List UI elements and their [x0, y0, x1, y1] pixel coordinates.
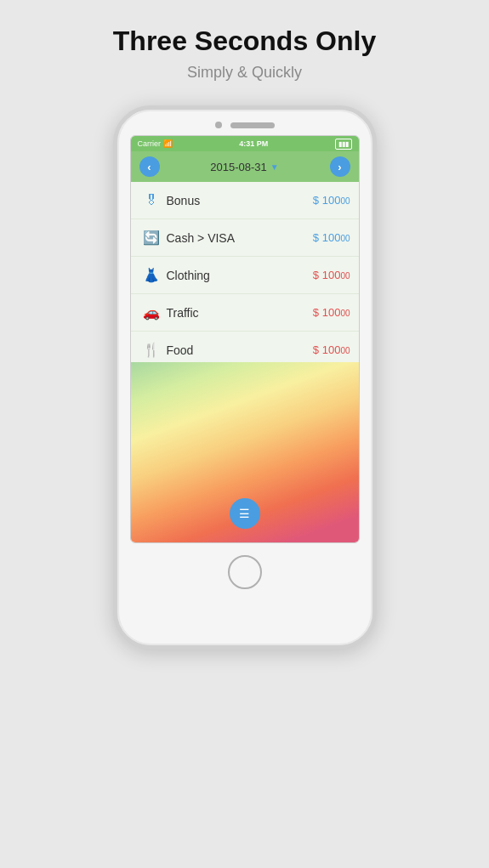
item-amount-bonus: $ 10000: [313, 194, 350, 207]
phone-shell: Carrier 📶 4:31 PM ▮▮▮ ‹ 2015-08-31 ▼ › 🎖…: [113, 105, 377, 650]
list-item[interactable]: 🔄 Cash > VISA $ 10000: [131, 219, 359, 257]
home-button[interactable]: [228, 555, 262, 589]
list-item[interactable]: 🍴 Food $ 10000: [131, 332, 359, 362]
carrier-label: Carrier: [138, 139, 162, 148]
phone-top-bar: [117, 110, 372, 135]
list-item[interactable]: 👗 Clothing $ 10000: [131, 257, 359, 294]
item-label-clothing: Clothing: [163, 269, 313, 282]
list-item[interactable]: 🎖 Bonus $ 10000: [131, 182, 359, 219]
food-icon: 🍴: [139, 342, 163, 358]
transaction-list: 🎖 Bonus $ 10000 🔄 Cash > VISA $ 10000 👗 …: [131, 182, 359, 362]
status-bar: Carrier 📶 4:31 PM ▮▮▮: [131, 136, 359, 151]
phone-camera: [215, 122, 222, 128]
bonus-icon: 🎖: [139, 193, 163, 208]
prev-button[interactable]: ‹: [139, 156, 160, 177]
dropdown-arrow-icon: ▼: [270, 162, 279, 172]
phone-bottom: [117, 543, 372, 598]
menu-button[interactable]: ☰: [230, 498, 260, 529]
item-amount-clothing: $ 10000: [313, 269, 350, 281]
wifi-icon: 📶: [163, 139, 173, 148]
phone-speaker: [230, 122, 275, 128]
gradient-area: ☰: [131, 362, 359, 542]
item-amount-cash-visa: $ 10000: [313, 231, 350, 244]
list-item[interactable]: 🚗 Traffic $ 10000: [131, 294, 359, 332]
page-subtitle: Simply & Quickly: [187, 64, 302, 82]
page-title: Three Seconds Only: [113, 26, 376, 57]
date-label: 2015-08-31: [210, 161, 267, 173]
carrier-info: Carrier 📶: [138, 139, 173, 148]
status-time: 4:31 PM: [239, 139, 268, 148]
clothing-icon: 👗: [139, 267, 163, 283]
item-label-food: Food: [163, 343, 313, 357]
item-label-bonus: Bonus: [163, 194, 313, 207]
traffic-icon: 🚗: [139, 304, 163, 321]
header-bar: ‹ 2015-08-31 ▼ ›: [131, 151, 359, 182]
phone-screen: Carrier 📶 4:31 PM ▮▮▮ ‹ 2015-08-31 ▼ › 🎖…: [130, 135, 360, 543]
transfer-icon: 🔄: [139, 230, 163, 246]
next-button[interactable]: ›: [330, 156, 350, 177]
item-label-cash-visa: Cash > VISA: [163, 231, 313, 245]
item-amount-traffic: $ 10000: [313, 306, 350, 319]
item-label-traffic: Traffic: [163, 306, 313, 320]
item-amount-food: $ 10000: [313, 343, 350, 356]
battery-icon: ▮▮▮: [335, 139, 352, 150]
date-display[interactable]: 2015-08-31 ▼: [210, 161, 278, 173]
